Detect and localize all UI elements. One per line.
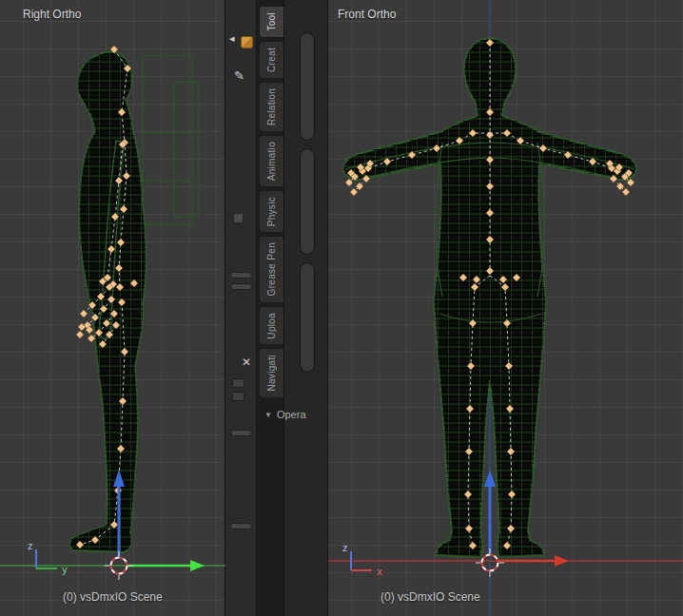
front-ortho-canvas[interactable]: z x — [328, 0, 683, 616]
tool-shelf-tab-physics[interactable]: Physic — [259, 190, 283, 233]
operator-panel-label: Opera — [277, 409, 306, 420]
slider-bar[interactable] — [230, 523, 252, 529]
axis-z-label: z — [342, 543, 347, 553]
swatch-button[interactable] — [232, 378, 244, 388]
viewport-right-ortho[interactable]: Right Ortho — [0, 0, 225, 616]
swatch-button[interactable] — [232, 392, 244, 401]
tool-shelf-tab-navigation[interactable]: Navigati — [259, 348, 283, 398]
viewport-front-ortho[interactable]: Front Ortho — [328, 0, 683, 616]
preset-icon[interactable] — [233, 213, 244, 223]
slider-bar[interactable] — [230, 272, 252, 279]
close-icon[interactable]: ✕ — [242, 356, 251, 369]
chevron-down-icon: ▼ — [264, 411, 272, 419]
tool-shelf-tab-grease-pencil[interactable]: Grease Pen — [259, 236, 283, 302]
view-label: Right Ortho — [23, 8, 81, 21]
axis-widget: z y — [28, 541, 68, 575]
collapsed-panel-header[interactable] — [300, 262, 315, 373]
pen-icon[interactable]: ✎ — [234, 68, 244, 83]
tool-shelf: Tool Creat Relation Animatio Physic Grea… — [257, 0, 328, 616]
operator-panel-header[interactable]: ▼ Opera — [264, 409, 306, 420]
character-mesh-side — [69, 52, 146, 552]
tool-shelf-tabs: Tool Creat Relation Animatio Physic Grea… — [257, 6, 283, 398]
tool-shelf-tab-relations[interactable]: Relation — [259, 82, 283, 132]
panel-collapse-icon[interactable]: ◂ — [229, 32, 235, 45]
collapsed-panel-header[interactable] — [300, 32, 315, 141]
axis-z-label: z — [28, 541, 32, 551]
axis-y-label: y — [62, 565, 68, 575]
tool-shelf-tab-upload[interactable]: Uploa — [259, 306, 283, 346]
gear-wireframe — [143, 55, 199, 224]
right-ortho-canvas[interactable]: z y — [0, 0, 225, 616]
blender-window: Right Ortho — [0, 0, 683, 616]
view-label: Front Ortho — [338, 8, 396, 21]
texture-icon[interactable] — [241, 36, 253, 48]
scene-info: (0) vsDmxIO Scene — [381, 590, 480, 604]
region-divider-toolbar: ◂ ✎ ✕ — [225, 0, 257, 616]
axis-x-label: x — [377, 567, 382, 577]
slider-bar[interactable] — [230, 430, 252, 436]
tool-shelf-tab-tools[interactable]: Tool — [259, 6, 283, 38]
tool-shelf-panel — [283, 0, 327, 616]
axis-widget: z x — [342, 543, 382, 577]
slider-bar[interactable] — [230, 283, 252, 290]
scene-info: (0) vsDmxIO Scene — [63, 590, 163, 604]
tool-shelf-tab-create[interactable]: Creat — [259, 41, 283, 79]
collapsed-panel-header[interactable] — [300, 148, 315, 255]
tool-shelf-tab-animation[interactable]: Animatio — [259, 135, 283, 187]
